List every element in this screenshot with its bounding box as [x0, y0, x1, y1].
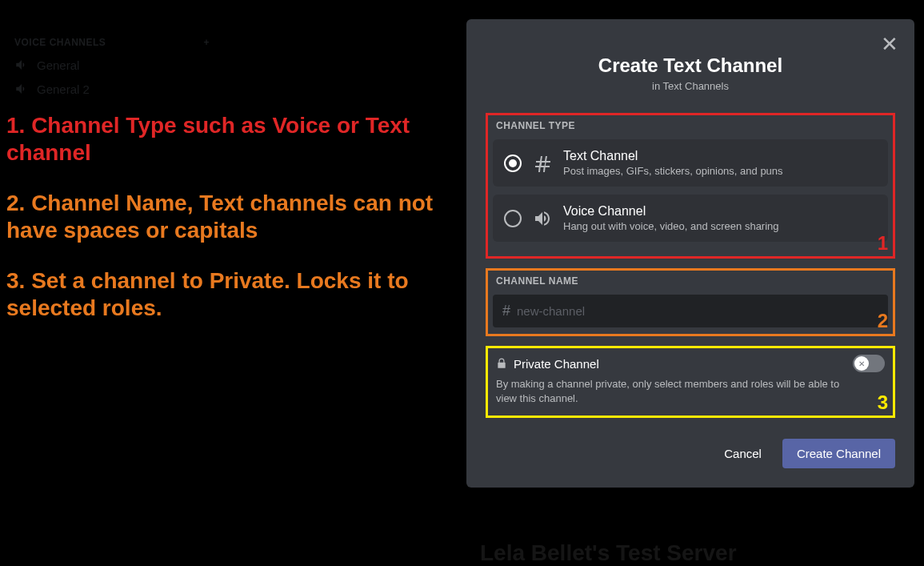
channel-type-section: CHANNEL TYPE Text Channel Post images, G… — [486, 113, 895, 259]
annotation-3: 3. Set a channel to Private. Locks it to… — [6, 267, 454, 321]
channel-name-section: CHANNEL NAME # 2 — [486, 268, 895, 336]
hash-icon — [533, 154, 552, 173]
sidebar-item-label: General 2 — [37, 82, 90, 96]
speaker-icon — [14, 82, 29, 96]
hash-icon: # — [502, 303, 510, 319]
box-number-3: 3 — [878, 391, 888, 414]
sidebar-item-label: General — [37, 58, 79, 72]
annotation-1: 1. Channel Type such as Voice or Text ch… — [6, 112, 454, 166]
private-channel-section: Private Channel By making a channel priv… — [486, 346, 895, 418]
server-name-footer: Lela Bellet's Test Server — [480, 540, 737, 566]
voice-channels-label: VOICE CHANNELS — [14, 37, 106, 48]
channel-type-label: CHANNEL TYPE — [493, 120, 888, 131]
channel-name-input-wrap[interactable]: # — [493, 295, 888, 327]
voice-channel-title: Voice Channel — [563, 204, 877, 219]
private-channel-desc: By making a channel private, only select… — [493, 377, 888, 409]
radio-voice-channel[interactable] — [504, 210, 522, 227]
plus-icon[interactable]: + — [203, 37, 210, 48]
channel-type-voice[interactable]: Voice Channel Hang out with voice, video… — [493, 195, 888, 242]
private-toggle[interactable] — [853, 355, 885, 372]
modal-footer: Cancel Create Channel — [486, 439, 895, 468]
text-channel-desc: Post images, GIFs, stickers, opinions, a… — [563, 165, 877, 177]
tutorial-annotations: 1. Channel Type such as Voice or Text ch… — [6, 112, 454, 322]
channel-name-input[interactable] — [517, 304, 878, 318]
cancel-button[interactable]: Cancel — [714, 439, 771, 468]
box-number-2: 2 — [878, 310, 888, 332]
modal-title: Create Text Channel — [486, 54, 895, 77]
speaker-icon — [14, 58, 29, 72]
voice-channel-desc: Hang out with voice, video, and screen s… — [563, 220, 877, 232]
box-number-1: 1 — [878, 232, 888, 255]
lock-icon — [496, 358, 507, 369]
create-channel-button[interactable]: Create Channel — [782, 439, 895, 468]
annotation-2: 2. Channel Name, Text channels can not h… — [6, 190, 454, 243]
text-channel-title: Text Channel — [563, 149, 877, 163]
private-channel-title: Private Channel — [514, 357, 846, 371]
close-icon[interactable]: ✕ — [881, 32, 898, 57]
modal-subtitle: in Text Channels — [486, 80, 895, 92]
radio-text-channel[interactable] — [504, 155, 522, 172]
channel-name-label: CHANNEL NAME — [493, 275, 888, 287]
sidebar-item-general-2[interactable]: General 2 — [8, 77, 216, 101]
sidebar-item-general[interactable]: General — [8, 53, 216, 77]
channel-type-text[interactable]: Text Channel Post images, GIFs, stickers… — [493, 139, 888, 187]
create-channel-modal: ✕ Create Text Channel in Text Channels C… — [466, 19, 914, 488]
speaker-icon — [533, 209, 552, 228]
voice-channels-header[interactable]: VOICE CHANNELS + — [8, 32, 216, 53]
